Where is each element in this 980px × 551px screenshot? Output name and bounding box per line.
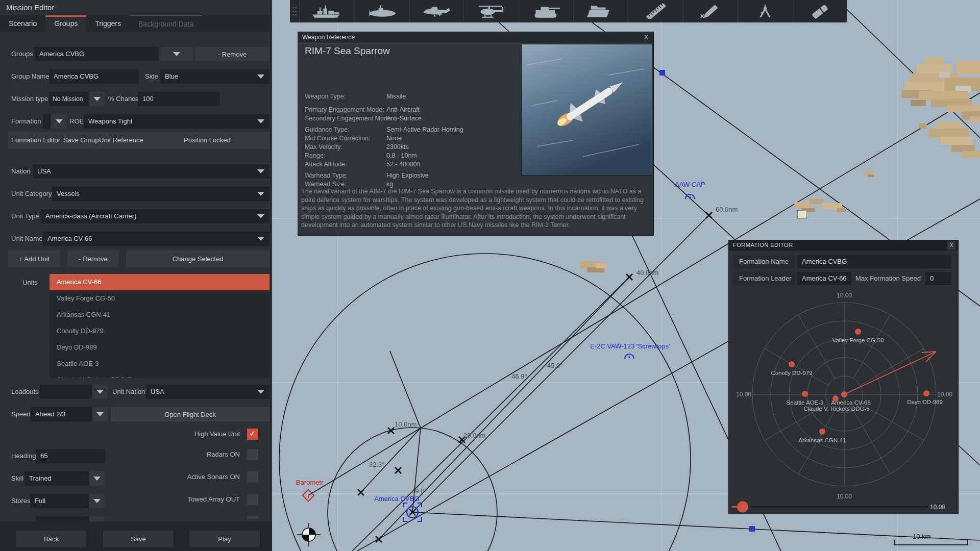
unit-list-item[interactable]: Seattle AOE-3 xyxy=(50,356,270,372)
save-group-button[interactable]: Save Group xyxy=(63,132,99,149)
unit-name-select[interactable]: America CV-66 xyxy=(43,232,270,246)
formation-chart[interactable]: 10.00 10.00 10.00 10.00 Valley Forge CG-… xyxy=(729,240,959,515)
island-mid xyxy=(580,261,607,272)
nav-point-square[interactable] xyxy=(659,70,665,76)
tool-draw[interactable] xyxy=(683,0,738,22)
groups-dropdown-button[interactable] xyxy=(160,47,193,61)
formation-dropdown-button[interactable] xyxy=(51,114,67,129)
formation-unit-dot[interactable] xyxy=(855,329,861,335)
stat-row: Max Velocity: 2300kts xyxy=(305,143,519,151)
formation-editor-button[interactable]: Formation Editor xyxy=(11,132,60,149)
formation-unit-dot[interactable] xyxy=(923,390,929,396)
chevron-down-icon xyxy=(257,119,264,123)
side-select[interactable]: Blue xyxy=(160,69,270,84)
tab-background-data[interactable]: Background Data xyxy=(130,15,202,32)
formation-unit-label: Deyo DD-989 xyxy=(907,399,943,405)
unit-list-item[interactable]: Deyo DD-989 xyxy=(50,339,270,356)
unit-nation-label: Unit Nation xyxy=(112,385,145,399)
unit-category-select[interactable]: Vessels xyxy=(52,187,270,201)
formation-unit-label: Arkansas CGN-41 xyxy=(798,437,846,443)
tool-warship[interactable] xyxy=(299,0,354,22)
loadouts-label: Loadouts xyxy=(11,385,39,399)
weapon-name: RIM-7 Sea Sparrow xyxy=(305,45,390,57)
nav-point-square[interactable] xyxy=(749,526,755,532)
stat-value: Semi-Active Radar Homing xyxy=(386,126,463,134)
tool-measure[interactable] xyxy=(738,0,792,22)
tool-tank[interactable] xyxy=(519,0,573,22)
skill-select[interactable]: Trained xyxy=(24,471,89,486)
unit-reference-button[interactable]: Unit Reference xyxy=(99,132,143,149)
loadouts-dropdown-button[interactable] xyxy=(92,385,108,399)
formation-unit-dot[interactable] xyxy=(832,395,839,402)
formation-unit-dot[interactable] xyxy=(819,429,825,435)
slider-track[interactable] xyxy=(736,506,928,508)
waypoint-x xyxy=(395,467,401,473)
unit-list-item[interactable]: Conolly DD-979 xyxy=(50,323,270,339)
map-label-barometr: Barometr xyxy=(296,479,323,486)
tool-helicopter[interactable] xyxy=(463,0,518,22)
add-unit-button[interactable]: + Add Unit xyxy=(8,250,60,267)
island-cluster-e xyxy=(919,116,980,158)
active-sonars-checkbox[interactable] xyxy=(247,471,258,483)
island-archipelago-ne xyxy=(901,57,980,119)
eraser-icon xyxy=(803,4,837,19)
position-locked-toggle[interactable]: Position Locked xyxy=(184,132,231,149)
formation-select[interactable] xyxy=(43,114,51,129)
tool-open-scenario[interactable] xyxy=(573,0,628,22)
radars-on-checkbox[interactable] xyxy=(247,449,258,460)
towed-array-checkbox[interactable] xyxy=(247,494,258,505)
slider-knob[interactable] xyxy=(737,502,748,513)
formation-unit-label: Claude V. Rickets DDG-5 xyxy=(803,406,869,412)
formation-unit-dot[interactable] xyxy=(841,391,847,397)
remove-group-button[interactable]: - Remove xyxy=(195,47,270,61)
open-folder-icon xyxy=(584,4,618,19)
unit-name-label: Unit Name xyxy=(11,232,42,246)
roe-select[interactable]: Weapons Tight xyxy=(84,114,270,129)
close-icon[interactable]: X xyxy=(644,34,648,41)
remove-unit-button[interactable]: - Remove xyxy=(67,250,119,267)
high-value-unit-checkbox[interactable] xyxy=(247,429,258,440)
play-button[interactable]: Play xyxy=(189,531,260,547)
stores-dropdown-button[interactable] xyxy=(89,494,105,508)
loadouts-select[interactable] xyxy=(40,385,92,399)
group-name-input[interactable]: America CVBG xyxy=(49,69,139,84)
unit-nation-select[interactable]: USA xyxy=(146,385,270,399)
tab-groups[interactable]: Groups xyxy=(45,15,86,32)
toolbar-grip-handle[interactable] xyxy=(290,0,299,22)
tab-triggers[interactable]: Triggers xyxy=(86,15,130,32)
formation-unit-dot[interactable] xyxy=(789,361,795,367)
groups-label: Groups xyxy=(11,47,33,61)
map-label-bearing-45: 45.0° xyxy=(547,362,563,369)
speed-dropdown-button[interactable] xyxy=(92,407,108,421)
range-rings xyxy=(279,254,691,551)
stores-select[interactable]: Full xyxy=(30,494,89,508)
stat-label: Secondary Engagement Mode: xyxy=(305,114,386,122)
formation-unit-dot[interactable] xyxy=(802,391,808,397)
mission-type-dropdown-button[interactable] xyxy=(89,92,105,106)
stat-row: Attack Altitude: 52 - 40000ft xyxy=(305,160,519,168)
speed-select[interactable]: Ahead 2/3 xyxy=(31,407,92,421)
unit-list-item-selected[interactable]: America CV-66 xyxy=(50,274,270,290)
unit-type-select[interactable]: America-class (Aircraft Carrier) xyxy=(41,209,270,223)
tool-ruler[interactable] xyxy=(628,0,682,22)
unit-list-item[interactable]: Claude V. Rickets DDG-5 xyxy=(50,372,270,378)
mission-type-select[interactable]: No Mission xyxy=(49,92,88,106)
nation-select[interactable]: USA xyxy=(33,164,270,179)
tab-scenario[interactable]: Scenario xyxy=(0,15,45,32)
map-label-range-10: 10.0nm xyxy=(395,420,416,428)
axis-label-top: 10.00 xyxy=(837,292,852,299)
unit-list-item[interactable]: Valley Forge CG-50 xyxy=(50,290,270,307)
window-title-bar[interactable]: Weapon Reference X xyxy=(298,32,653,43)
open-flight-deck-button[interactable]: Open Flight Deck xyxy=(111,407,270,421)
heading-input[interactable]: 65 xyxy=(36,449,105,463)
back-button[interactable]: Back xyxy=(16,531,86,547)
groups-select[interactable]: America CVBG xyxy=(35,47,158,61)
skill-dropdown-button[interactable] xyxy=(89,471,105,486)
save-button[interactable]: Save xyxy=(103,531,174,547)
tool-eraser[interactable] xyxy=(793,0,847,22)
tool-strike-aircraft[interactable] xyxy=(409,0,463,22)
change-selected-button[interactable]: Change Selected xyxy=(126,250,270,267)
chance-input[interactable]: 100 xyxy=(138,92,219,106)
tool-submarine[interactable] xyxy=(354,0,408,22)
unit-list-item[interactable]: Arkansas CGN-41 xyxy=(50,307,270,323)
